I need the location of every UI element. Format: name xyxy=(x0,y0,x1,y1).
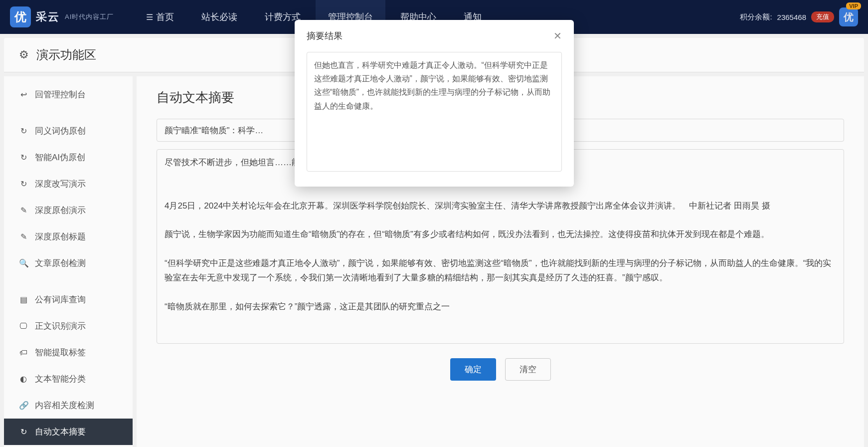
modal-overlay: 摘要结果 ✕ 但她也直言，科学研究中难题才真正令人激动。“但科学研究中正是这些难… xyxy=(0,0,868,447)
modal-close-button[interactable]: ✕ xyxy=(553,30,562,42)
modal-header: 摘要结果 ✕ xyxy=(295,20,574,52)
summary-result: 但她也直言，科学研究中难题才真正令人激动。“但科学研究中正是这些难题才真正地令人… xyxy=(307,52,562,172)
modal-title: 摘要结果 xyxy=(307,30,343,42)
close-icon: ✕ xyxy=(553,30,562,41)
modal-body: 但她也直言，科学研究中难题才真正令人激动。“但科学研究中正是这些难题才真正地令人… xyxy=(295,52,574,187)
summary-modal: 摘要结果 ✕ 但她也直言，科学研究中难题才真正令人激动。“但科学研究中正是这些难… xyxy=(295,20,574,187)
